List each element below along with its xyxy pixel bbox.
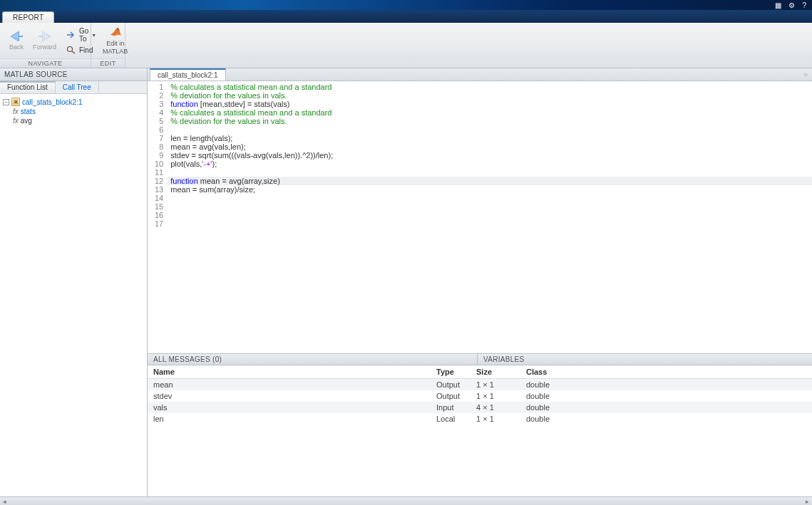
grid-icon[interactable]: ▦ (775, 1, 781, 9)
toolstrip: Back Forward Go To ▼ Find NAVIGATE (0, 23, 812, 68)
matlab-source-header: MATLAB SOURCE (0, 68, 147, 81)
table-row[interactable]: valsInput4 × 1double (148, 402, 812, 413)
app-tabstrip: REPORT (0, 10, 812, 23)
cell-name: vals (148, 402, 431, 413)
cell-class: double (520, 413, 812, 425)
edit-in-label-2: MATLAB (103, 48, 128, 56)
cell-class: double (520, 379, 812, 391)
cell-type: Input (431, 402, 471, 413)
function-tree: − ▣ call_stats_block2:1 fx statsfx avg (0, 94, 147, 496)
source-tabs: Function List Call Tree (0, 81, 147, 94)
tree-item[interactable]: fx avg (3, 116, 144, 125)
edit-in-matlab-button[interactable]: Edit in MATLAB (96, 24, 135, 57)
tree-item-label: stats (21, 108, 36, 115)
col-size[interactable]: Size (471, 365, 520, 379)
block-icon: ▣ (11, 98, 20, 106)
messages-variables-bar: ALL MESSAGES (0) VARIABLES (148, 353, 812, 365)
line-gutter: 1234567891011121314151617 (148, 81, 168, 353)
code-editor[interactable]: 1234567891011121314151617 % calculates a… (148, 81, 812, 353)
back-label: Back (9, 43, 24, 51)
tree-item[interactable]: fx stats (3, 107, 144, 116)
forward-button[interactable]: Forward (29, 29, 61, 52)
edit-group-label: EDIT (91, 58, 125, 68)
cell-size: 4 × 1 (471, 402, 520, 413)
goto-label: Go To (79, 27, 88, 43)
cell-class: double (520, 402, 812, 413)
file-tab[interactable]: call_stats_block2:1 (150, 68, 226, 80)
cell-size: 1 × 1 (471, 390, 520, 402)
cell-type: Local (431, 413, 471, 425)
forward-arrow-icon (37, 31, 53, 42)
all-messages-header[interactable]: ALL MESSAGES (0) (148, 354, 478, 365)
col-name[interactable]: Name (148, 365, 431, 379)
cell-class: double (520, 390, 812, 402)
back-button[interactable]: Back (4, 29, 29, 52)
goto-icon (66, 31, 76, 39)
tab-call-tree[interactable]: Call Tree (56, 81, 99, 93)
content-area: MATLAB SOURCE Function List Call Tree − … (0, 68, 812, 496)
tree-item-label: avg (21, 117, 32, 125)
table-row[interactable]: meanOutput1 × 1double (148, 379, 812, 391)
cell-type: Output (431, 379, 471, 391)
help-icon[interactable]: ? (802, 1, 806, 9)
scroll-left-icon[interactable]: ◂ (3, 498, 6, 505)
cell-type: Output (431, 390, 471, 402)
tree-root-label: call_stats_block2:1 (22, 98, 83, 106)
navigate-group-label: NAVIGATE (0, 58, 91, 68)
cell-name: len (148, 413, 431, 425)
matlab-icon (108, 26, 123, 38)
magnifier-icon (66, 46, 76, 54)
gear-icon[interactable]: ⚙ (788, 1, 795, 9)
left-panel: MATLAB SOURCE Function List Call Tree − … (0, 68, 148, 496)
collapse-icon[interactable]: − (3, 99, 9, 105)
tab-function-list[interactable]: Function List (0, 81, 56, 93)
svg-line-1 (72, 51, 75, 53)
variables-header[interactable]: VARIABLES (478, 354, 812, 365)
back-arrow-icon (9, 31, 24, 42)
status-bar: ◂ ▸ (0, 496, 812, 505)
table-row[interactable]: lenLocal1 × 1double (148, 413, 812, 425)
cell-size: 1 × 1 (471, 413, 520, 425)
tree-root[interactable]: − ▣ call_stats_block2:1 (3, 97, 144, 107)
tab-report[interactable]: REPORT (2, 11, 54, 23)
table-row[interactable]: stdevOutput1 × 1double (148, 390, 812, 402)
table-header-row: Name Type Size Class (148, 365, 812, 379)
file-tab-bar: call_stats_block2:1 ○ (148, 68, 812, 81)
svg-point-0 (68, 47, 73, 52)
fx-icon: fx (13, 117, 19, 125)
right-panel: call_stats_block2:1 ○ 123456789101112131… (148, 68, 812, 496)
fx-icon: fx (13, 108, 19, 115)
code-body[interactable]: % calculates a statistical mean and a st… (168, 81, 812, 353)
forward-label: Forward (33, 43, 56, 51)
col-class[interactable]: Class (520, 365, 812, 379)
cell-size: 1 × 1 (471, 379, 520, 391)
edit-in-label-1: Edit in (106, 40, 124, 48)
title-bar: ▦ ⚙ ? (0, 0, 812, 10)
cell-name: mean (148, 379, 431, 391)
cell-name: stdev (148, 390, 431, 402)
close-icon[interactable]: ○ (803, 71, 808, 78)
scroll-right-icon[interactable]: ▸ (806, 498, 809, 505)
variables-table: Name Type Size Class meanOutput1 × 1doub… (148, 365, 812, 496)
col-type[interactable]: Type (431, 365, 471, 379)
